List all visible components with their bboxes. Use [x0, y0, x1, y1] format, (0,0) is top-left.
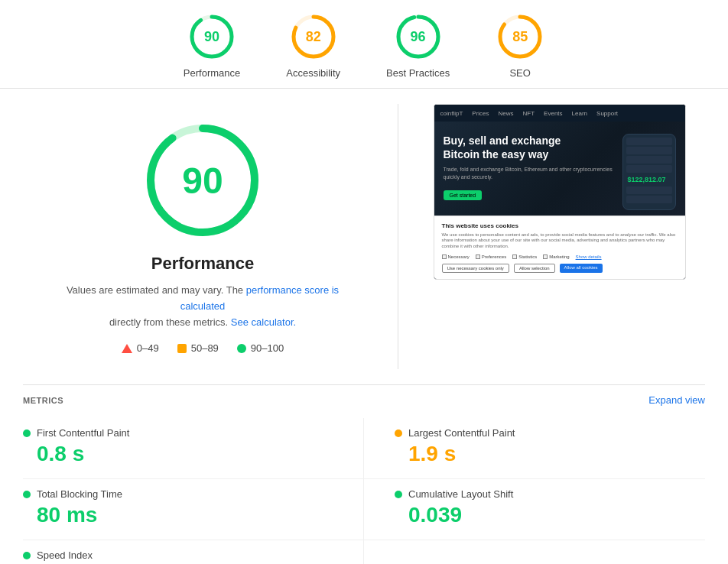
ss-navbar: coinflipT Prices News NFT Events Learn S…: [434, 105, 685, 122]
metric-name-lcp: Largest Contentful Paint: [408, 427, 515, 439]
pass-range: 90–100: [251, 342, 284, 354]
metric-dot-tbt: [23, 491, 31, 498]
score-number-seo: 85: [512, 29, 528, 45]
metrics-header: METRICS Expand view: [23, 384, 705, 406]
metric-header-lcp: Largest Contentful Paint: [395, 427, 705, 439]
metric-header-si: Speed Index: [23, 549, 333, 561]
metric-item-cls: Cumulative Layout Shift 0.039: [364, 479, 705, 540]
legend-average: 50–89: [177, 342, 219, 354]
ss-hero-headline: Buy, sell and exchangeBitcoin the easy w…: [444, 134, 615, 161]
metric-name-tbt: Total Blocking Time: [37, 488, 122, 500]
metric-header-tbt: Total Blocking Time: [23, 488, 333, 500]
ss-allow-all-btn: Allow all cookies: [560, 264, 603, 273]
metric-dot-fcp: [23, 429, 31, 437]
fail-icon: [122, 344, 132, 353]
ss-hero-text: Buy, sell and exchangeBitcoin the easy w…: [444, 134, 615, 210]
ss-nav-learn: Learn: [572, 110, 587, 117]
pass-icon: [237, 344, 246, 353]
score-circle-seo: 85: [496, 12, 544, 61]
ss-show-details[interactable]: Show details: [576, 254, 602, 259]
score-item-performance: 90 Performance: [184, 12, 240, 79]
metric-header-fcp: First Contentful Paint: [23, 427, 333, 439]
ss-hero-text-content: Buy, sell and exchangeBitcoin the easy w…: [444, 134, 615, 200]
score-number-accessibility: 82: [306, 29, 321, 45]
desc-text-1: Values are estimated and may vary. The: [67, 284, 243, 296]
metric-name-si: Speed Index: [37, 549, 93, 561]
metric-header-cls: Cumulative Layout Shift: [395, 488, 705, 500]
desc-text-2: directly from these metrics.: [109, 316, 228, 328]
ss-phone-mockup: $122,812.07: [622, 134, 676, 210]
left-panel: 90 Performance Values are estimated and …: [23, 104, 382, 369]
ss-cb-preferences: Preferences: [476, 254, 506, 259]
website-screenshot: coinflipT Prices News NFT Events Learn S…: [434, 104, 686, 280]
average-icon: [177, 344, 187, 353]
metric-value-cls: 0.039: [408, 503, 705, 527]
metric-item-tbt: Total Blocking Time 80 ms: [23, 479, 364, 540]
metrics-title: METRICS: [23, 396, 63, 405]
ss-nav-events: Events: [544, 110, 562, 117]
ss-cb-statistics: Statistics: [512, 254, 537, 259]
metrics-section: METRICS Expand view First Contentful Pai…: [0, 384, 728, 564]
ss-nav-nft: NFT: [523, 110, 535, 117]
score-circle-best-practices: 96: [394, 12, 443, 61]
score-label-seo: SEO: [509, 67, 530, 79]
right-panel: coinflipT Prices News NFT Events Learn S…: [414, 104, 705, 280]
ss-phone-row-1: [626, 138, 672, 145]
score-label-best-practices: Best Practices: [386, 67, 450, 79]
ss-phone-row-2: [626, 147, 672, 154]
main-content: 90 Performance Values are estimated and …: [0, 89, 728, 384]
metric-name-cls: Cumulative Layout Shift: [408, 488, 513, 500]
performance-description: Values are estimated and may vary. The p…: [57, 283, 348, 330]
metric-item-si: Speed Index 1.2 s: [23, 540, 364, 564]
ss-balance: $122,812.07: [626, 174, 672, 185]
ss-phone-row-5: [626, 186, 672, 194]
ss-cta-button: Get started: [444, 190, 483, 200]
ss-nav-news: News: [499, 110, 514, 117]
big-score-value: 90: [182, 160, 223, 202]
ss-cb-marketing: Marketing: [543, 254, 569, 259]
metric-value-tbt: 80 ms: [37, 503, 333, 527]
ss-phone-row-6: [626, 196, 672, 203]
ss-hero: Buy, sell and exchangeBitcoin the easy w…: [434, 122, 685, 222]
panel-divider: [398, 104, 398, 369]
metric-item-lcp: Largest Contentful Paint 1.9 s: [364, 418, 705, 479]
ss-nav-support: Support: [596, 110, 618, 117]
legend-pass: 90–100: [237, 342, 284, 354]
score-legend: 0–49 50–89 90–100: [122, 342, 284, 354]
see-calculator-link[interactable]: See calculator.: [231, 316, 296, 328]
metric-dot-si: [23, 552, 31, 559]
score-label-accessibility: Accessibility: [286, 67, 340, 79]
metric-name-fcp: First Contentful Paint: [37, 427, 129, 439]
metric-value-fcp: 0.8 s: [37, 442, 333, 466]
ss-logo: coinflipT: [440, 110, 463, 117]
score-item-seo: 85 SEO: [496, 12, 544, 79]
score-item-accessibility: 82 Accessibility: [286, 12, 340, 79]
ss-cookie-text: We use cookies to personalise content an…: [442, 232, 678, 250]
scores-bar: 90 Performance 82 Accessibility 96 Best …: [0, 0, 728, 89]
score-number-best-practices: 96: [411, 29, 426, 45]
ss-cookie-title: This website uses cookies: [442, 222, 678, 229]
metric-dot-lcp: [395, 429, 402, 437]
ss-decline-btn: Use necessary cookies only: [442, 264, 509, 273]
big-performance-circle: 90: [141, 119, 264, 241]
score-label-performance: Performance: [184, 67, 240, 79]
ss-allow-selection-btn: Allow selection: [514, 264, 555, 273]
metric-dot-cls: [395, 491, 402, 498]
ss-cookie-checkboxes: Necessary Preferences Statistics Marketi…: [442, 254, 678, 259]
metric-item-fcp: First Contentful Paint 0.8 s: [23, 418, 364, 479]
ss-phone-row-3: [626, 156, 672, 164]
fail-range: 0–49: [137, 342, 159, 354]
score-item-best-practices: 96 Best Practices: [386, 12, 450, 79]
score-circle-accessibility: 82: [289, 12, 338, 61]
screenshot-content: coinflipT Prices News NFT Events Learn S…: [434, 105, 685, 279]
legend-fail: 0–49: [122, 342, 159, 354]
average-range: 50–89: [191, 342, 219, 354]
ss-cookie-bar: This website uses cookies We use cookies…: [434, 216, 685, 279]
ss-hero-subtext: Trade, fold and exchange Bitcoin, Ethere…: [444, 166, 615, 181]
ss-phone-row-4: [626, 165, 672, 173]
ss-nav-prices: Prices: [472, 110, 489, 117]
score-circle-performance: 90: [187, 12, 236, 61]
ss-cookie-buttons: Use necessary cookies only Allow selecti…: [442, 264, 678, 273]
metric-value-lcp: 1.9 s: [408, 442, 705, 466]
expand-view-button[interactable]: Expand view: [648, 394, 705, 406]
